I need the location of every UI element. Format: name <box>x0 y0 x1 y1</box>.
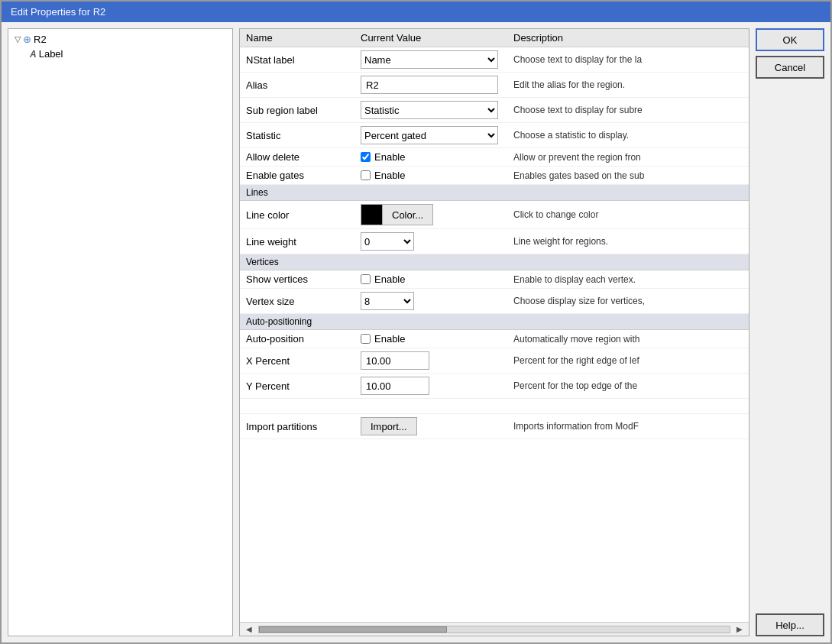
properties-table: Name Current Value Description NStat lab… <box>240 29 749 622</box>
input-x-percent[interactable] <box>361 351 429 370</box>
prop-value-line-color: Color... <box>354 201 507 229</box>
scroll-thumb <box>259 626 447 633</box>
checkbox-label-enable-gates: Enable <box>374 170 405 181</box>
properties-area: Name Current Value Description NStat lab… <box>239 28 749 636</box>
dropdown-vertex-size[interactable]: 4681012 <box>361 292 414 310</box>
checkbox-auto-position[interactable] <box>361 334 371 344</box>
prop-desc-auto-position: Automatically move region with <box>507 330 749 348</box>
prop-desc-sub-region-label: Choose text to display for subre <box>507 98 749 123</box>
prop-name-x-percent: X Percent <box>240 348 354 374</box>
checkbox-label-allow-delete: Enable <box>374 151 405 163</box>
prop-value-y-percent <box>354 374 507 399</box>
prop-name-alias: Alias <box>240 73 354 98</box>
prop-name-y-percent: Y Percent <box>240 374 354 399</box>
tree-child: A Label <box>11 47 229 61</box>
prop-desc-enable-gates: Enables gates based on the sub <box>507 167 749 185</box>
tree-item-r2[interactable]: ▽ ⊕ R2 <box>11 32 229 47</box>
prop-name-line-color: Line color <box>240 201 354 229</box>
prop-desc-alias: Edit the alias for the region. <box>507 73 749 98</box>
tree-region-icon: ⊕ <box>23 34 31 45</box>
prop-value-nstat-label: NameAliasStatistic <box>354 47 507 73</box>
scroll-left-arrow[interactable]: ◀ <box>243 625 255 633</box>
prop-desc-nstat-label: Choose text to display for the la <box>507 47 749 73</box>
prop-value-auto-position: Enable <box>354 330 507 348</box>
col-name-header: Name <box>240 29 354 47</box>
prop-desc-statistic: Choose a statistic to display. <box>507 123 749 148</box>
prop-value-allow-delete: Enable <box>354 148 507 167</box>
ok-button[interactable]: OK <box>756 28 824 51</box>
tree-r2-label: R2 <box>34 34 47 45</box>
label-icon: A <box>30 49 37 60</box>
dialog: Edit Properties for R2 ▽ ⊕ R2 A Label <box>0 0 832 644</box>
checkbox-enable-gates[interactable] <box>361 170 371 180</box>
prop-value-alias <box>354 73 507 98</box>
tree-item-label[interactable]: A Label <box>27 47 229 61</box>
prop-name-allow-delete: Allow delete <box>240 148 354 167</box>
prop-value-sub-region-label: StatisticNameAlias <box>354 98 507 123</box>
section-row-vertices: Vertices <box>240 254 749 270</box>
dropdown-sub-region-label[interactable]: StatisticNameAlias <box>361 101 498 119</box>
tree-panel: ▽ ⊕ R2 A Label <box>8 28 233 636</box>
prop-name-auto-position: Auto-position <box>240 330 354 348</box>
prop-desc-x-percent: Percent for the right edge of lef <box>507 348 749 374</box>
dropdown-line-weight[interactable]: 0123 <box>361 232 414 251</box>
prop-name-nstat-label: NStat label <box>240 47 354 73</box>
col-desc-header: Description <box>507 29 749 47</box>
prop-value-import-partitions: Import... <box>354 414 507 439</box>
prop-value-x-percent <box>354 348 507 374</box>
prop-value-show-vertices: Enable <box>354 270 507 289</box>
color-button[interactable]: Color... <box>382 204 433 225</box>
prop-desc-import-partitions: Imports information from ModF <box>507 414 749 439</box>
input-alias[interactable] <box>361 76 498 94</box>
title-bar: Edit Properties for R2 <box>2 2 830 22</box>
col-value-header: Current Value <box>354 29 507 47</box>
prop-name-vertex-size: Vertex size <box>240 289 354 314</box>
tree-label-text: Label <box>39 48 63 60</box>
prop-value-enable-gates: Enable <box>354 167 507 185</box>
prop-desc-line-color: Click to change color <box>507 201 749 229</box>
prop-name-enable-gates: Enable gates <box>240 167 354 185</box>
prop-desc-show-vertices: Enable to display each vertex. <box>507 270 749 289</box>
prop-name-show-vertices: Show vertices <box>240 270 354 289</box>
prop-desc-allow-delete: Allow or prevent the region fron <box>507 148 749 167</box>
prop-desc-vertex-size: Choose display size for vertices, <box>507 289 749 314</box>
scroll-track[interactable] <box>258 626 730 633</box>
import-button[interactable]: Import... <box>361 417 417 435</box>
expand-icon: ▽ <box>15 34 21 44</box>
dialog-body: ▽ ⊕ R2 A Label Name Current Value <box>2 22 830 642</box>
checkbox-allow-delete[interactable] <box>361 152 371 162</box>
prop-desc-y-percent: Percent for the top edge of the <box>507 374 749 399</box>
section-row-auto-positioning: Auto-positioning <box>240 314 749 330</box>
prop-value-statistic: Percent gatedCountMFI <box>354 123 507 148</box>
checkbox-label-show-vertices: Enable <box>374 273 405 285</box>
checkbox-label-auto-position: Enable <box>374 333 405 345</box>
dialog-title: Edit Properties for R2 <box>11 6 105 18</box>
spacer-row <box>240 399 749 414</box>
dropdown-nstat-label[interactable]: NameAliasStatistic <box>361 50 498 69</box>
help-button[interactable]: Help... <box>756 613 824 636</box>
buttons-panel: OK Cancel Help... <box>756 28 824 636</box>
prop-desc-line-weight: Line weight for regions. <box>507 229 749 254</box>
input-y-percent[interactable] <box>361 377 429 395</box>
section-row-lines: Lines <box>240 185 749 201</box>
checkbox-show-vertices[interactable] <box>361 274 371 284</box>
prop-name-sub-region-label: Sub region label <box>240 98 354 123</box>
prop-value-vertex-size: 4681012 <box>354 289 507 314</box>
color-swatch <box>361 204 382 225</box>
prop-value-line-weight: 0123 <box>354 229 507 254</box>
cancel-button[interactable]: Cancel <box>756 56 824 79</box>
prop-name-statistic: Statistic <box>240 123 354 148</box>
scroll-right-arrow[interactable]: ▶ <box>733 625 746 633</box>
prop-name-line-weight: Line weight <box>240 229 354 254</box>
horizontal-scrollbar: ◀ ▶ <box>240 622 749 636</box>
prop-name-import-partitions: Import partitions <box>240 414 354 439</box>
dropdown-statistic[interactable]: Percent gatedCountMFI <box>361 126 498 144</box>
